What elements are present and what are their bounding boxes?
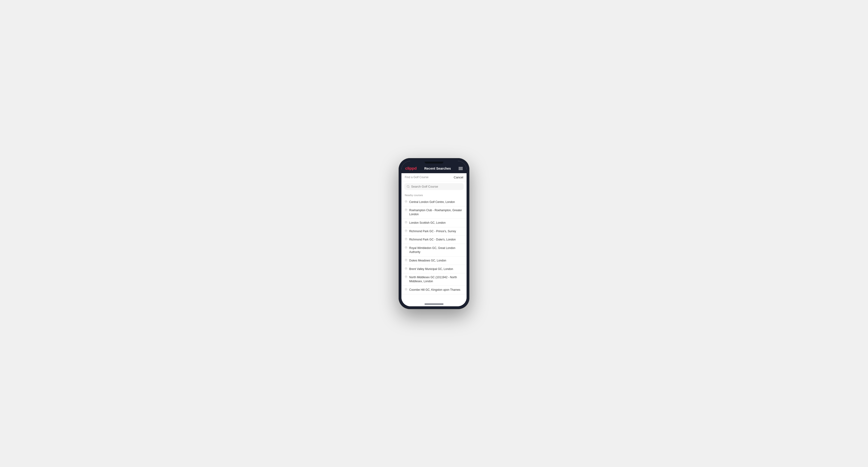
svg-point-2: [406, 201, 406, 202]
location-pin-icon: [405, 238, 407, 241]
cancel-button[interactable]: Cancel: [454, 176, 463, 179]
location-pin-icon: [405, 209, 407, 211]
svg-point-5: [406, 230, 406, 231]
header-title: Recent Searches: [424, 166, 451, 170]
location-pin-icon: [405, 200, 407, 203]
app-logo: clippd: [405, 166, 416, 171]
location-pin-icon: [405, 276, 407, 278]
find-bar: Find a Golf Course Cancel: [401, 173, 467, 181]
notch: [425, 162, 443, 163]
home-bar: [401, 302, 467, 306]
svg-point-6: [406, 239, 406, 240]
location-pin-icon: [405, 288, 407, 291]
course-list-item[interactable]: Dukes Meadows GC, London: [401, 256, 467, 265]
course-name: Central London Golf Centre, London: [409, 200, 455, 204]
svg-point-4: [406, 222, 406, 222]
course-list-item[interactable]: Coombe Hill GC, Kingston upon Thames: [401, 286, 467, 294]
svg-point-11: [406, 289, 406, 289]
course-name: Dukes Meadows GC, London: [409, 259, 446, 262]
course-name: Royal Wimbledon GC, Great London Authori…: [409, 246, 463, 254]
menu-line-1: [459, 167, 463, 167]
course-name: Brent Valley Municipal GC, London: [409, 267, 453, 271]
location-pin-icon: [405, 229, 407, 232]
course-name: Richmond Park GC - Duke's, London: [409, 238, 456, 242]
svg-point-8: [406, 259, 406, 260]
search-icon: [407, 185, 410, 188]
location-pin-icon: [405, 221, 407, 224]
menu-line-2: [459, 168, 463, 169]
course-name: Richmond Park GC - Prince's, Surrey: [409, 229, 456, 234]
course-list-item[interactable]: Richmond Park GC - Prince's, Surrey: [401, 227, 467, 236]
phone-frame: clippd Recent Searches Find a Golf Cours…: [399, 158, 469, 309]
location-pin-icon: [405, 259, 407, 261]
course-name: North Middlesex GC (1011942 - North Midd…: [409, 275, 463, 283]
nearby-label: Nearby courses: [401, 192, 467, 198]
phone-screen: clippd Recent Searches Find a Golf Cours…: [401, 161, 467, 306]
menu-icon[interactable]: [459, 167, 463, 170]
course-list-item[interactable]: London Scottish GC, London: [401, 219, 467, 227]
location-pin-icon: [405, 268, 407, 270]
course-list-item[interactable]: Brent Valley Municipal GC, London: [401, 265, 467, 274]
course-list-item[interactable]: Roehampton Club - Roehampton, Greater Lo…: [401, 206, 467, 219]
home-bar-line: [425, 304, 443, 304]
course-list-item[interactable]: Central London Golf Centre, London: [401, 198, 467, 207]
svg-point-9: [406, 268, 406, 269]
search-container: [401, 181, 467, 192]
nearby-section: Nearby courses Central London Golf Centr…: [401, 192, 467, 302]
course-name: Roehampton Club - Roehampton, Greater Lo…: [409, 208, 463, 216]
course-list: Central London Golf Centre, LondonRoeham…: [401, 198, 467, 294]
svg-line-1: [409, 187, 409, 188]
search-input-wrapper: [404, 183, 464, 190]
course-name: London Scottish GC, London: [409, 221, 445, 225]
menu-line-3: [459, 169, 463, 170]
search-input[interactable]: [411, 185, 461, 188]
course-list-item[interactable]: Royal Wimbledon GC, Great London Authori…: [401, 244, 467, 256]
course-list-item[interactable]: Richmond Park GC - Duke's, London: [401, 236, 467, 244]
status-bar: [401, 161, 467, 164]
screen-body: Find a Golf Course Cancel Nearby courses…: [401, 173, 467, 306]
svg-point-10: [406, 277, 406, 277]
find-bar-label: Find a Golf Course: [405, 176, 429, 179]
svg-point-7: [406, 247, 406, 248]
course-list-item[interactable]: North Middlesex GC (1011942 - North Midd…: [401, 273, 467, 286]
svg-point-3: [406, 210, 406, 210]
course-name: Coombe Hill GC, Kingston upon Thames: [409, 288, 460, 292]
location-pin-icon: [405, 246, 407, 249]
app-header: clippd Recent Searches: [401, 164, 467, 173]
